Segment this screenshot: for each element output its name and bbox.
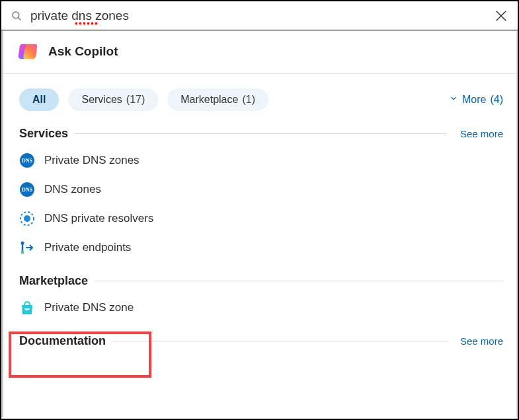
result-dns-zones[interactable]: DNS DNS zones	[19, 182, 503, 197]
divider	[75, 133, 447, 134]
section-header-services: Services See more	[3, 127, 516, 145]
svg-point-9	[24, 215, 30, 222]
section-title-services: Services	[19, 127, 68, 141]
filter-marketplace-count: (1)	[242, 94, 255, 106]
copilot-icon	[17, 40, 39, 63]
close-icon[interactable]	[494, 9, 508, 23]
filter-all[interactable]: All	[19, 88, 59, 111]
divider	[95, 281, 503, 281]
private-endpoint-icon	[19, 240, 35, 256]
search-icon	[11, 10, 22, 22]
more-count: (4)	[490, 94, 503, 106]
global-search-bar	[1, 1, 518, 30]
section-title-marketplace: Marketplace	[19, 274, 88, 288]
result-private-endpoints[interactable]: Private endpoints	[19, 240, 503, 256]
section-title-documentation: Documentation	[19, 334, 106, 348]
services-results: DNS Private DNS zones DNS DNS zones DNS …	[3, 145, 516, 256]
see-more-documentation[interactable]: See more	[460, 335, 503, 347]
svg-text:DNS: DNS	[22, 158, 33, 164]
result-dns-private-resolvers[interactable]: DNS private resolvers	[19, 211, 503, 227]
filter-row: All Services (17) Marketplace (1) More (…	[3, 74, 516, 123]
chevron-down-icon	[449, 94, 458, 106]
ask-copilot-label: Ask Copilot	[48, 44, 118, 59]
svg-point-0	[13, 12, 19, 18]
result-label: DNS zones	[44, 183, 101, 196]
search-input[interactable]	[30, 9, 187, 23]
filter-services-count: (17)	[126, 94, 145, 106]
ask-copilot-row[interactable]: Ask Copilot	[3, 31, 516, 74]
result-label: Private endpoints	[44, 241, 131, 254]
result-label: Private DNS zones	[44, 154, 140, 167]
marketplace-results: Private DNS zone	[3, 292, 516, 316]
divider	[112, 341, 447, 341]
svg-point-11	[21, 251, 24, 254]
more-filters-link[interactable]: More (4)	[449, 94, 503, 106]
filter-marketplace-label: Marketplace	[180, 94, 238, 106]
filter-marketplace[interactable]: Marketplace (1)	[167, 88, 268, 111]
search-results-panel: Ask Copilot All Services (17) Marketplac…	[1, 30, 518, 417]
result-label: Private DNS zone	[44, 301, 134, 314]
filter-services[interactable]: Services (17)	[68, 88, 158, 111]
filter-all-label: All	[32, 94, 46, 106]
section-header-marketplace: Marketplace	[3, 274, 516, 292]
marketplace-bag-icon	[19, 300, 35, 316]
section-header-documentation: Documentation See more	[3, 334, 516, 352]
svg-point-10	[21, 242, 24, 245]
dns-zone-icon: DNS	[19, 153, 35, 168]
more-label: More	[462, 94, 486, 106]
dns-resolver-icon	[19, 211, 35, 227]
result-label: DNS private resolvers	[44, 212, 153, 225]
dns-zone-icon: DNS	[19, 182, 35, 197]
svg-line-1	[19, 17, 21, 20]
filter-services-label: Services	[81, 94, 122, 106]
svg-text:DNS: DNS	[22, 187, 33, 193]
result-private-dns-zone-marketplace[interactable]: Private DNS zone	[19, 300, 503, 316]
see-more-services[interactable]: See more	[460, 128, 503, 139]
result-private-dns-zones[interactable]: DNS Private DNS zones	[19, 153, 503, 168]
